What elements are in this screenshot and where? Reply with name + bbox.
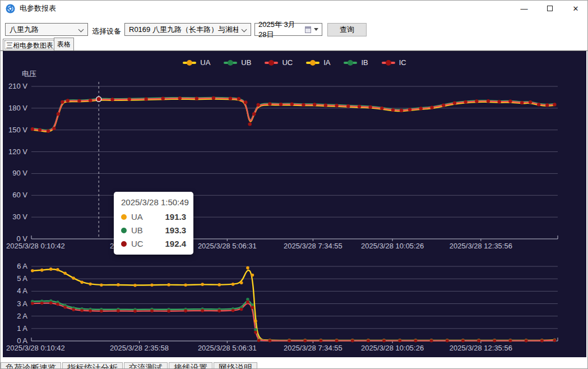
data-point-uc xyxy=(553,103,556,106)
hover-point xyxy=(96,96,101,102)
tab-table-label: 表格 xyxy=(57,40,71,48)
data-point-ia xyxy=(31,269,34,273)
date-picker[interactable]: 2025年 3月28日 xyxy=(254,23,322,36)
data-point-uc xyxy=(61,100,64,104)
data-point-uc xyxy=(400,109,403,112)
data-point-uc xyxy=(290,103,294,106)
data-point-ia xyxy=(89,283,92,286)
data-point-ic xyxy=(89,310,92,313)
app-icon xyxy=(6,4,15,13)
data-point-ia xyxy=(40,269,44,272)
x-axis-label: 2025/3/28 5:06:31 xyxy=(198,242,257,250)
data-point-ia xyxy=(167,283,170,287)
series-line-ia[interactable] xyxy=(33,269,555,340)
background-tab: 交流测试 xyxy=(124,362,168,369)
data-point-ic xyxy=(367,339,370,343)
maximize-button[interactable] xyxy=(537,1,563,16)
y-axis-label: 1 A xyxy=(17,324,27,333)
data-point-ic xyxy=(430,339,433,343)
data-point-uc xyxy=(57,112,60,116)
query-button[interactable]: 查询 xyxy=(327,23,367,36)
x-axis-label: 2025/3/28 0:10:42 xyxy=(6,242,65,250)
tooltip-row-ua: UA 191.3 xyxy=(121,212,186,222)
device-select-value: R0169 八里九路（长丰路）与湘桂线交 xyxy=(129,25,238,35)
data-point-ic xyxy=(80,309,84,312)
data-point-uc xyxy=(38,128,41,132)
x-axis-label: 2025/3/28 7:34:55 xyxy=(284,344,342,352)
data-point-ia xyxy=(72,276,75,280)
data-point-uc xyxy=(498,100,501,103)
data-point-uc xyxy=(279,103,283,106)
data-point-ic xyxy=(320,339,323,343)
chevron-down-icon xyxy=(78,27,84,33)
date-picker-value: 2025年 3月28日 xyxy=(258,20,299,40)
data-point-uc xyxy=(252,112,256,116)
data-point-ia xyxy=(184,283,187,287)
data-point-ic xyxy=(493,339,497,343)
charts-canvas[interactable]: 210 V180 V150 V120 V90 V60 V30 V0 V2025/… xyxy=(1,51,588,357)
x-axis-label: 2025/3/28 12:35:56 xyxy=(450,242,512,250)
data-point-ic xyxy=(56,303,59,306)
data-point-uc xyxy=(430,106,433,109)
minimize-button[interactable]: — xyxy=(511,1,537,16)
data-point-uc xyxy=(380,107,383,110)
chart-panel: UAUBUCIAIBIC 电压 210 V180 V150 V120 V90 V… xyxy=(3,51,586,357)
data-point-uc xyxy=(391,108,395,112)
data-point-ia xyxy=(201,283,204,286)
data-point-uc xyxy=(529,100,532,104)
data-point-ia xyxy=(217,283,221,287)
area-select[interactable]: 八里九路 xyxy=(5,23,88,36)
area-select-value: 八里九路 xyxy=(10,25,39,35)
data-point-ic xyxy=(251,306,254,309)
data-point-ic xyxy=(525,339,528,343)
status-strip: 负荷诊断速览指标统计分析交流测试接线设置网络说明 xyxy=(1,357,588,369)
background-tab: 接线设置 xyxy=(169,362,212,369)
tooltip-timestamp: 2025/3/28 1:50:49 xyxy=(121,197,186,207)
data-point-ic xyxy=(40,302,44,305)
data-point-ia xyxy=(80,281,84,284)
dropdown-arrow-icon xyxy=(314,28,318,31)
data-point-uc xyxy=(545,103,549,107)
x-axis-label: 2025/3/28 2:35:58 xyxy=(110,344,169,352)
data-point-ia xyxy=(254,320,257,323)
data-point-uc xyxy=(442,103,445,107)
title-bar: 电参数报表 — ✕ xyxy=(1,1,588,16)
data-point-uc xyxy=(161,97,165,100)
data-point-ic xyxy=(201,309,204,312)
y-axis-label: 3 A xyxy=(17,299,27,308)
data-point-uc xyxy=(508,100,512,103)
data-point-uc xyxy=(212,96,215,100)
data-point-ia xyxy=(56,268,59,271)
data-point-uc xyxy=(110,98,114,101)
device-select[interactable]: R0169 八里九路（长丰路）与湘桂线交 xyxy=(124,23,251,36)
data-point-uc xyxy=(520,101,524,104)
data-point-uc xyxy=(475,99,478,103)
data-point-uc xyxy=(313,103,316,106)
series-line-ic[interactable] xyxy=(33,303,555,340)
background-window-tabs: 负荷诊断速览指标统计分析交流测试接线设置网络说明 xyxy=(1,362,258,369)
data-point-ia xyxy=(246,266,249,270)
y-axis-label: 6 A xyxy=(17,262,27,270)
tooltip-value: 192.4 xyxy=(165,239,186,248)
data-point-uc xyxy=(52,127,55,130)
data-point-ia xyxy=(150,283,154,287)
series-line-ib[interactable] xyxy=(33,301,555,341)
data-point-uc xyxy=(237,97,240,100)
data-point-ic xyxy=(217,310,221,313)
y-axis-label: 30 V xyxy=(12,213,27,221)
data-point-uc xyxy=(257,103,260,107)
data-point-uc xyxy=(66,99,70,102)
tooltip-value: 191.3 xyxy=(165,212,186,222)
window-title: 电参数报表 xyxy=(20,3,56,13)
y-axis-label: 5 A xyxy=(17,274,27,283)
x-axis-label: 2025/3/28 0:10:42 xyxy=(6,344,65,352)
y-axis-label: 120 V xyxy=(8,147,27,156)
close-button[interactable]: ✕ xyxy=(563,1,588,16)
data-point-ia xyxy=(63,271,67,275)
tab-table[interactable]: 表格 xyxy=(54,38,74,50)
x-axis-label: 2025/3/28 12:35:56 xyxy=(450,344,512,352)
data-point-ic xyxy=(184,310,187,313)
tooltip-label: UC xyxy=(131,239,143,248)
tab-chart[interactable]: 三相电参数图表 xyxy=(3,39,57,50)
data-point-ia xyxy=(232,283,235,286)
